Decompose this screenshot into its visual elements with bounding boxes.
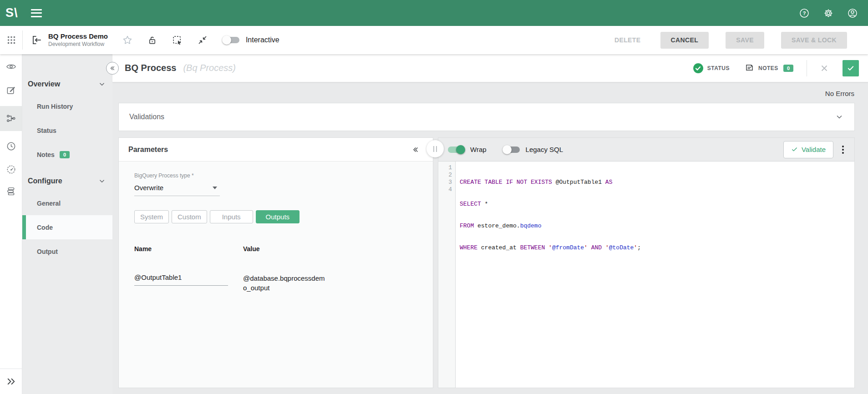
nav-section-configure[interactable]: Configure xyxy=(22,171,112,191)
tab-custom[interactable]: Custom xyxy=(172,210,207,223)
confirm-check-button[interactable] xyxy=(843,60,859,76)
config-nav: Overview Run History Status Notes 0 Conf… xyxy=(22,54,112,394)
chevron-down-icon[interactable] xyxy=(835,112,844,121)
editor-toolbar: Wrap Legacy SQL Validate xyxy=(438,138,854,162)
legacy-sql-toggle[interactable] xyxy=(503,146,520,153)
line-number-gutter: 1 2 3 4 xyxy=(438,162,456,388)
editor-menu-kebab-icon[interactable] xyxy=(840,144,846,156)
star-favorite-icon[interactable] xyxy=(122,35,133,45)
help-icon[interactable]: ? xyxy=(799,8,810,19)
status-chip[interactable]: STATUS xyxy=(693,63,730,73)
status-label: STATUS xyxy=(707,65,730,71)
header-divider xyxy=(807,60,807,76)
validate-button[interactable]: Validate xyxy=(783,141,833,158)
nav-item-notes[interactable]: Notes 0 xyxy=(22,142,112,167)
process-title: BQ Process Demo xyxy=(48,32,108,41)
nav-section-label: Configure xyxy=(28,177,62,185)
compose-icon[interactable] xyxy=(6,85,16,96)
code-line: FROM estore_demo.bqdemo xyxy=(460,222,641,230)
process-type-label: BigQuery Process type * xyxy=(134,172,423,179)
parameters-panel: Parameters BigQuery Process type * Overw… xyxy=(118,137,433,388)
nav-item-label: Run History xyxy=(37,103,73,110)
code-editor[interactable]: 1 2 3 4 CREATE TABLE IF NOT EXISTS @Outp… xyxy=(438,162,854,388)
line-number: 2 xyxy=(438,172,452,179)
marquee-select-icon[interactable] xyxy=(172,35,183,46)
nav-item-code[interactable]: Code xyxy=(22,215,112,239)
pipeline-icon-selected[interactable] xyxy=(0,106,22,131)
collapse-content-icon[interactable] xyxy=(197,35,208,45)
interactive-toggle[interactable] xyxy=(223,37,239,43)
apps-grid-icon[interactable] xyxy=(0,35,22,45)
nav-section-label: Overview xyxy=(28,80,60,88)
close-icon[interactable] xyxy=(819,63,829,73)
save-and-lock-button[interactable]: SAVE & LOCK xyxy=(781,32,847,49)
stack-icon[interactable] xyxy=(6,186,16,197)
visibility-icon[interactable] xyxy=(6,61,16,72)
validate-check-icon xyxy=(791,146,798,153)
nav-section-overview[interactable]: Overview xyxy=(22,74,112,94)
lock-open-icon[interactable] xyxy=(147,35,157,45)
notes-icon xyxy=(745,63,754,73)
settings-gear-icon[interactable] xyxy=(823,8,834,19)
collapse-panel-icon[interactable] xyxy=(412,146,419,153)
interactive-label: Interactive xyxy=(246,36,279,44)
nav-item-label: General xyxy=(37,200,61,207)
nav-item-output[interactable]: Output xyxy=(22,239,112,263)
gauge-icon[interactable] xyxy=(6,164,16,175)
save-button[interactable]: SAVE xyxy=(726,32,764,49)
column-header-name: Name xyxy=(134,245,243,253)
content-area: BQ Process (Bq Process) STATUS NOTES 0 xyxy=(112,54,868,394)
status-check-icon xyxy=(693,63,703,73)
nav-item-run-history[interactable]: Run History xyxy=(22,94,112,118)
nav-item-general[interactable]: General xyxy=(22,191,112,215)
code-line: WHERE created_at BETWEEN '@fromDate' AND… xyxy=(460,244,641,252)
process-subtitle: Development Workflow xyxy=(48,41,108,48)
toolbar-divider xyxy=(22,30,23,50)
parameter-name-input[interactable]: @OutputTable1 xyxy=(134,273,228,286)
parameter-tabs: System Custom Inputs Outputs xyxy=(134,210,423,223)
nav-item-label: Code xyxy=(37,224,53,231)
app-logo: S\ xyxy=(5,6,25,20)
code-line: SELECT * xyxy=(460,201,641,208)
validations-title: Validations xyxy=(129,113,164,121)
exit-process-icon[interactable] xyxy=(30,34,42,46)
legacy-sql-label: Legacy SQL xyxy=(526,146,563,153)
line-number: 4 xyxy=(438,186,452,193)
process-type-value: Overwrite xyxy=(134,184,163,192)
tab-outputs[interactable]: Outputs xyxy=(256,210,300,223)
nav-item-label: Status xyxy=(37,127,56,134)
history-clock-icon[interactable] xyxy=(6,141,16,152)
top-app-bar: S\ ? xyxy=(0,0,868,26)
nav-item-status[interactable]: Status xyxy=(22,118,112,142)
column-header-value: Value xyxy=(243,245,260,253)
hamburger-menu-icon[interactable] xyxy=(31,9,42,17)
cancel-button[interactable]: CANCEL xyxy=(660,32,709,49)
notes-count-badge: 0 xyxy=(60,151,70,158)
icon-rail xyxy=(0,54,22,394)
page-subtitle: (Bq Process) xyxy=(183,63,236,73)
expand-rail-icon[interactable] xyxy=(0,369,22,394)
wrap-toggle[interactable] xyxy=(448,146,464,153)
parameter-row: @OutputTable1 @database.bqprocessdemo_ou… xyxy=(134,273,423,293)
chevron-down-icon xyxy=(98,177,106,185)
nav-item-label: Notes xyxy=(37,151,55,158)
line-number: 1 xyxy=(438,164,452,172)
validations-panel[interactable]: Validations xyxy=(118,103,855,131)
tab-system[interactable]: System xyxy=(134,210,169,223)
panel-resize-handle[interactable] xyxy=(426,140,444,157)
tab-inputs[interactable]: Inputs xyxy=(210,210,253,223)
nav-item-label: Output xyxy=(37,248,58,255)
parameters-header: Parameters xyxy=(119,138,433,162)
collapse-back-button[interactable] xyxy=(106,62,119,75)
chevron-down-icon xyxy=(98,80,106,88)
error-status-text: No Errors xyxy=(112,82,868,97)
svg-text:?: ? xyxy=(803,10,806,16)
process-type-select[interactable]: Overwrite xyxy=(134,179,220,196)
page-header: BQ Process (Bq Process) STATUS NOTES 0 xyxy=(112,54,868,82)
account-icon[interactable] xyxy=(847,8,858,19)
parameters-body: BigQuery Process type * Overwrite System… xyxy=(119,162,433,388)
wrap-label: Wrap xyxy=(470,146,487,153)
delete-button[interactable]: DELETE xyxy=(612,36,644,44)
code-content[interactable]: CREATE TABLE IF NOT EXISTS @OutputTable1… xyxy=(456,162,641,388)
notes-chip[interactable]: NOTES 0 xyxy=(745,63,793,73)
